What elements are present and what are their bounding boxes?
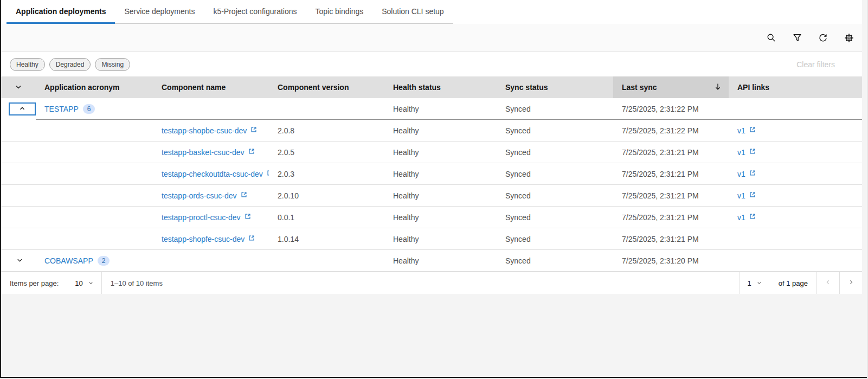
- table-row-testapp: TESTAPP 6 Healthy Synced 7/25/2025, 2:31…: [1, 98, 862, 120]
- table-row-checkoutdta: testapp-checkoutdta-csuc-dev 2.0.3 Healt…: [1, 163, 862, 185]
- refresh-button[interactable]: [810, 24, 836, 52]
- health-status-cell: Healthy: [384, 120, 497, 142]
- component-version-cell: 2.0.5: [269, 142, 384, 163]
- table-row-proctl: testapp-proctl-csuc-dev 0.0.1 Healthy Sy…: [1, 207, 862, 228]
- header-last-sync-label: Last sync: [622, 83, 657, 92]
- health-status-cell: Healthy: [384, 250, 497, 272]
- last-sync-cell: 7/25/2025, 2:31:21 PM: [613, 185, 729, 207]
- tab-bar: Application deployments Service deployme…: [1, 0, 862, 24]
- search-button[interactable]: [758, 24, 784, 52]
- table-toolbar: [1, 24, 862, 52]
- table-header-row: Application acronym Component name Compo…: [1, 76, 862, 98]
- last-sync-cell: 7/25/2025, 2:31:21 PM: [613, 163, 729, 185]
- table-row-basket: testapp-basket-csuc-dev 2.0.5 Healthy Sy…: [1, 142, 862, 163]
- launch-icon: [250, 126, 258, 135]
- tab-service-deployments[interactable]: Service deployments: [115, 0, 204, 24]
- component-name-link[interactable]: testapp-basket-csuc-dev: [162, 147, 255, 157]
- sync-status-cell: Synced: [497, 250, 613, 272]
- items-per-page-label: Items per page:: [1, 272, 67, 294]
- deployments-table: Application acronym Component name Compo…: [1, 76, 862, 272]
- last-sync-cell: 7/25/2025, 2:31:22 PM: [613, 120, 729, 142]
- next-page-button[interactable]: [839, 272, 862, 294]
- last-sync-cell: 7/25/2025, 2:31:21 PM: [613, 228, 729, 250]
- filter-button[interactable]: [784, 24, 810, 52]
- header-component-version[interactable]: Component version: [269, 76, 384, 98]
- filter-tag-missing[interactable]: Missing: [95, 58, 130, 71]
- health-status-cell: Healthy: [384, 185, 497, 207]
- health-status-cell: Healthy: [384, 98, 497, 120]
- sync-status-cell: Synced: [497, 142, 613, 163]
- component-version-cell: 1.0.14: [269, 228, 384, 250]
- header-application-acronym[interactable]: Application acronym: [36, 76, 153, 98]
- filter-tag-degraded[interactable]: Degraded: [49, 58, 91, 71]
- api-version-link[interactable]: v1: [737, 191, 756, 200]
- header-last-sync[interactable]: Last sync: [613, 76, 729, 98]
- table-row-shopfe: testapp-shopfe-csuc-dev 1.0.14 Healthy S…: [1, 228, 862, 250]
- sync-status-cell: Synced: [497, 185, 613, 207]
- sync-status-cell: Synced: [497, 120, 613, 142]
- page-count-text: of 1 page: [770, 272, 816, 294]
- launch-icon: [749, 126, 756, 135]
- page-number-select[interactable]: 1: [740, 272, 770, 294]
- component-name-link[interactable]: testapp-checkoutdta-csuc-dev: [162, 169, 269, 178]
- launch-icon: [248, 234, 255, 243]
- last-sync-cell: 7/25/2025, 2:31:20 PM: [613, 250, 729, 272]
- launch-icon: [244, 213, 252, 222]
- chevron-up-icon: [18, 105, 26, 114]
- chevron-down-icon: [14, 82, 23, 93]
- component-version-cell: 0.0.1: [269, 207, 384, 228]
- last-sync-cell: 7/25/2025, 2:31:21 PM: [613, 142, 729, 163]
- chevron-down-icon: [16, 256, 24, 266]
- app-window: Application deployments Service deployme…: [0, 0, 867, 378]
- launch-icon: [248, 147, 255, 157]
- health-status-cell: Healthy: [384, 207, 497, 228]
- api-version-link[interactable]: v1: [737, 213, 756, 222]
- header-api-links[interactable]: API links: [729, 76, 862, 98]
- component-name-link[interactable]: testapp-shopbe-csuc-dev: [162, 126, 258, 135]
- component-count-badge: 2: [98, 256, 110, 266]
- health-status-cell: Healthy: [384, 228, 497, 250]
- filter-row: Healthy Degraded Missing Clear filters: [1, 52, 862, 76]
- component-name-link[interactable]: testapp-proctl-csuc-dev: [162, 213, 252, 222]
- header-component-name[interactable]: Component name: [153, 76, 269, 98]
- chevron-right-icon: [847, 279, 854, 287]
- api-version-link[interactable]: v1: [737, 126, 756, 135]
- settings-button[interactable]: [836, 24, 862, 52]
- sort-descending-icon: [713, 82, 722, 93]
- items-range-text: 1–10 of 10 items: [102, 272, 171, 294]
- collapse-row-button[interactable]: [9, 102, 36, 115]
- settings-icon: [844, 33, 854, 43]
- chevron-down-icon: [88, 279, 94, 287]
- filter-icon: [793, 33, 802, 42]
- application-acronym-link[interactable]: COBAWSAPP: [44, 256, 93, 265]
- sync-status-cell: Synced: [497, 207, 613, 228]
- tab-topic-bindings[interactable]: Topic bindings: [306, 0, 373, 24]
- sync-status-cell: Synced: [497, 163, 613, 185]
- header-health-status[interactable]: Health status: [384, 76, 497, 98]
- component-name-link[interactable]: testapp-shopfe-csuc-dev: [162, 234, 255, 243]
- items-per-page-select[interactable]: 10: [67, 272, 101, 294]
- table-body: TESTAPP 6 Healthy Synced 7/25/2025, 2:31…: [1, 98, 862, 272]
- chevron-down-icon: [756, 279, 762, 287]
- previous-page-button[interactable]: [816, 272, 839, 294]
- tab-k5-project-configurations[interactable]: k5-Project configurations: [204, 0, 306, 24]
- health-status-cell: Healthy: [384, 163, 497, 185]
- chevron-left-icon: [825, 279, 832, 287]
- component-name-link[interactable]: testapp-ords-csuc-dev: [162, 191, 248, 200]
- filter-tag-healthy[interactable]: Healthy: [10, 58, 45, 71]
- tab-application-deployments[interactable]: Application deployments: [7, 0, 115, 24]
- pagination-bar: Items per page: 10 1–10 of 10 items 1 of…: [1, 272, 862, 294]
- launch-icon: [749, 169, 756, 178]
- sync-status-cell: Synced: [497, 228, 613, 250]
- expand-all-header[interactable]: [1, 76, 36, 98]
- expand-row-button[interactable]: [9, 250, 30, 272]
- application-acronym-link[interactable]: TESTAPP: [44, 105, 79, 113]
- api-version-link[interactable]: v1: [737, 147, 756, 157]
- header-sync-status[interactable]: Sync status: [497, 76, 613, 98]
- launch-icon: [749, 213, 756, 222]
- api-version-link[interactable]: v1: [737, 169, 756, 178]
- health-status-cell: Healthy: [384, 142, 497, 163]
- tab-solution-cli-setup[interactable]: Solution CLI setup: [372, 0, 453, 24]
- clear-filters-button[interactable]: Clear filters: [796, 60, 835, 69]
- search-icon: [767, 33, 776, 42]
